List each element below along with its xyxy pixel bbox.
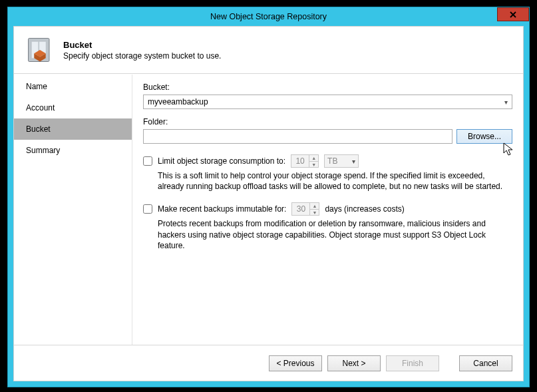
limit-row: Limit object storage consumption to: ▲ ▼… (143, 154, 512, 168)
limit-help-text: This is a soft limit to help control you… (158, 170, 512, 192)
limit-spin-buttons[interactable]: ▲ ▼ (309, 155, 318, 167)
bucket-label: Bucket: (143, 83, 512, 92)
limit-value-input[interactable] (291, 155, 309, 167)
chevron-down-icon: ▾ (504, 98, 508, 106)
window-title: New Object Storage Repository (210, 12, 327, 21)
dialog-body: Bucket Specify object storage system buc… (13, 26, 524, 381)
immutable-suffix: days (increases costs) (325, 204, 404, 214)
spin-up-icon[interactable]: ▲ (310, 203, 319, 210)
finish-button: Finish (386, 355, 439, 371)
immutable-row: Make recent backups immutable for: ▲ ▼ d… (143, 202, 512, 216)
bucket-select[interactable]: myveeambackup ▾ (143, 95, 512, 109)
limit-unit-value: TB (327, 156, 337, 166)
dialog-window: New Object Storage Repository Bucket Spe… (7, 7, 530, 387)
page-header: Bucket Specify object storage system buc… (14, 27, 523, 74)
limit-checkbox[interactable] (143, 156, 152, 166)
limit-label: Limit object storage consumption to: (158, 156, 285, 166)
wizard-footer: < Previous Next > Finish Cancel (14, 345, 523, 381)
immutable-label: Make recent backups immutable for: (158, 204, 286, 214)
immutable-value-spinner[interactable]: ▲ ▼ (291, 202, 319, 216)
page-subtitle: Specify object storage system bucket to … (63, 51, 221, 61)
previous-button[interactable]: < Previous (269, 355, 322, 371)
nav-item-summary[interactable]: Summary (14, 140, 132, 161)
limit-unit-select[interactable]: TB ▾ (324, 154, 359, 168)
bucket-icon (26, 36, 54, 64)
chevron-down-icon: ▾ (352, 158, 355, 165)
page-title: Bucket (63, 40, 221, 50)
title-bar[interactable]: New Object Storage Repository (8, 7, 529, 26)
folder-label: Folder: (143, 117, 512, 126)
immutable-checkbox[interactable] (143, 204, 152, 214)
wizard-nav: Name Account Bucket Summary (14, 75, 132, 345)
browse-button[interactable]: Browse... (456, 129, 512, 144)
nav-item-name[interactable]: Name (14, 76, 132, 97)
bucket-value: myveeambackup (148, 97, 208, 106)
spin-down-icon[interactable]: ▼ (310, 210, 319, 216)
limit-value-spinner[interactable]: ▲ ▼ (291, 154, 319, 168)
cancel-button[interactable]: Cancel (459, 355, 512, 371)
immutable-value-input[interactable] (292, 203, 309, 215)
spin-down-icon[interactable]: ▼ (309, 162, 318, 168)
next-button[interactable]: Next > (327, 355, 381, 371)
close-icon (510, 11, 516, 18)
nav-item-bucket[interactable]: Bucket (14, 118, 132, 140)
content-pane: Bucket: myveeambackup ▾ Folder: Browse..… (132, 75, 523, 345)
immutable-spin-buttons[interactable]: ▲ ▼ (309, 203, 319, 215)
header-text: Bucket Specify object storage system buc… (63, 40, 221, 61)
nav-item-account[interactable]: Account (14, 97, 132, 118)
folder-input[interactable] (143, 129, 452, 144)
spin-up-icon[interactable]: ▲ (309, 155, 318, 162)
close-button[interactable] (497, 7, 529, 21)
immutable-help-text: Protects recent backups from modificatio… (158, 218, 512, 251)
